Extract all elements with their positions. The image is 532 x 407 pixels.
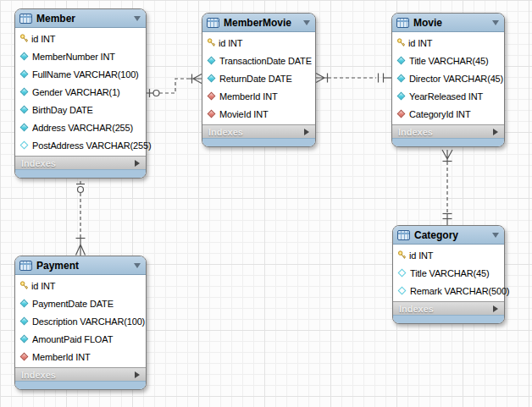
column-row[interactable]: MovieId INT [202, 105, 315, 123]
column-row[interactable]: Gender VARCHAR(1) [15, 83, 146, 101]
column-row[interactable]: Title VARCHAR(45) [393, 264, 504, 282]
column-label: id INT [31, 34, 55, 44]
column-row[interactable]: id INT [15, 30, 146, 47]
primary-key-icon [207, 38, 216, 47]
column-row[interactable]: PostAddress VARCHAR(255) [15, 136, 146, 154]
column-row[interactable]: MemberNumber INT [15, 47, 146, 65]
column-notnull-icon [397, 57, 406, 65]
primary-key-icon [397, 250, 407, 260]
table-payment[interactable]: Payment id INT PaymentDate DATE Descript… [14, 256, 147, 390]
collapse-caret-icon[interactable] [492, 233, 499, 238]
column-list: id INT MemberNumber INT FullName VARCHAR… [15, 28, 146, 156]
column-row[interactable]: id INT [202, 34, 315, 52]
column-label: Director VARCHAR(45) [409, 74, 503, 84]
column-row[interactable]: Description VARCHAR(100) [15, 312, 146, 330]
relationship-movie-category[interactable] [442, 150, 452, 225]
column-label: id INT [31, 281, 55, 291]
table-icon [19, 14, 32, 24]
indexes-row[interactable]: Indexes [393, 301, 504, 315]
table-title: Member [36, 13, 75, 25]
table-icon [396, 18, 409, 28]
column-row[interactable]: YearReleased INT [392, 87, 504, 105]
column-notnull-icon [20, 300, 29, 308]
column-label: id INT [409, 250, 433, 261]
collapse-caret-icon[interactable] [134, 263, 141, 268]
relationship-member-membermovie[interactable] [147, 74, 202, 98]
indexes-row[interactable]: Indexes [392, 124, 504, 138]
column-notnull-icon [20, 70, 29, 79]
table-header[interactable]: Payment [15, 256, 146, 275]
column-notnull-icon [397, 92, 406, 101]
table-category[interactable]: Category id INT Title VARCHAR(45) Remark… [392, 225, 505, 324]
indexes-expand-icon[interactable] [135, 371, 140, 378]
table-header[interactable]: Member [15, 9, 146, 28]
table-header[interactable]: MemberMovie [202, 14, 315, 32]
column-row[interactable]: id INT [393, 246, 504, 264]
table-header[interactable]: Movie [392, 14, 504, 32]
collapse-caret-icon[interactable] [492, 20, 499, 25]
column-notnull-icon [208, 57, 216, 65]
column-nullable-icon [398, 287, 407, 295]
table-membermovie[interactable]: MemberMovie id INT TransactionDate DATE … [202, 13, 316, 147]
column-label: YearReleased INT [409, 91, 483, 102]
table-icon [397, 230, 410, 240]
indexes-row[interactable]: Indexes [15, 156, 146, 169]
table-member[interactable]: Member id INT MemberNumber INT FullName … [14, 8, 147, 179]
column-label: ReturnDate DATE [219, 74, 292, 84]
column-row[interactable]: Remark VARCHAR(500) [393, 282, 504, 300]
column-row[interactable]: MemberId INT [15, 348, 146, 366]
column-label: AmountPaid FLOAT [32, 334, 113, 344]
column-row[interactable]: MemberId INT [202, 87, 315, 105]
column-row[interactable]: Director VARCHAR(45) [392, 69, 504, 87]
table-footer [392, 138, 504, 146]
column-label: MemberId INT [32, 352, 91, 362]
foreign-key-icon [20, 353, 29, 361]
collapse-caret-icon[interactable] [134, 16, 141, 21]
table-title: Movie [413, 17, 442, 29]
column-row[interactable]: ReturnDate DATE [202, 69, 315, 87]
column-label: Description VARCHAR(100) [32, 316, 145, 327]
primary-key-icon [19, 281, 29, 290]
table-header[interactable]: Category [393, 226, 504, 245]
column-row[interactable]: Address VARCHAR(255) [15, 118, 146, 136]
column-row[interactable]: AmountPaid FLOAT [15, 330, 146, 348]
column-row[interactable]: id INT [392, 34, 504, 52]
indexes-expand-icon[interactable] [493, 305, 498, 312]
relationship-member-payment[interactable] [76, 181, 86, 256]
table-footer [202, 138, 315, 146]
column-row[interactable]: TransactionDate DATE [202, 52, 315, 69]
column-label: Address VARCHAR(255) [32, 123, 133, 133]
eer-canvas[interactable]: Member id INT MemberNumber INT FullName … [0, 0, 532, 407]
column-label: MemberNumber INT [32, 52, 115, 62]
collapse-caret-icon[interactable] [303, 20, 310, 25]
column-row[interactable]: PaymentDate DATE [15, 294, 146, 312]
column-row[interactable]: FullName VARCHAR(100) [15, 65, 146, 83]
table-icon [207, 18, 219, 28]
indexes-label: Indexes [398, 127, 433, 137]
relationship-membermovie-movie[interactable] [316, 74, 391, 83]
column-row[interactable]: CategoryId INT [392, 105, 504, 123]
indexes-row[interactable]: Indexes [202, 124, 315, 138]
column-row[interactable]: id INT [15, 277, 146, 294]
table-title: Category [414, 229, 458, 241]
column-list: id INT PaymentDate DATE Description VARC… [15, 275, 146, 367]
indexes-expand-icon[interactable] [304, 129, 309, 135]
column-notnull-icon [208, 74, 216, 83]
table-footer [393, 315, 504, 323]
column-label: FullName VARCHAR(100) [32, 69, 139, 80]
column-row[interactable]: BirthDay DATE [15, 101, 146, 118]
column-label: Gender VARCHAR(1) [32, 87, 120, 97]
indexes-label: Indexes [21, 158, 56, 168]
table-title: Payment [36, 260, 79, 272]
indexes-expand-icon[interactable] [493, 129, 498, 135]
primary-key-icon [396, 38, 406, 47]
foreign-key-icon [208, 92, 216, 101]
table-footer [15, 169, 146, 178]
table-movie[interactable]: Movie id INT Title VARCHAR(45) Director … [391, 13, 505, 147]
table-title: MemberMovie [224, 17, 291, 29]
indexes-expand-icon[interactable] [135, 160, 140, 167]
indexes-row[interactable]: Indexes [15, 367, 146, 381]
column-label: id INT [219, 38, 242, 48]
column-label: MemberId INT [219, 91, 278, 102]
column-row[interactable]: Title VARCHAR(45) [392, 52, 504, 69]
